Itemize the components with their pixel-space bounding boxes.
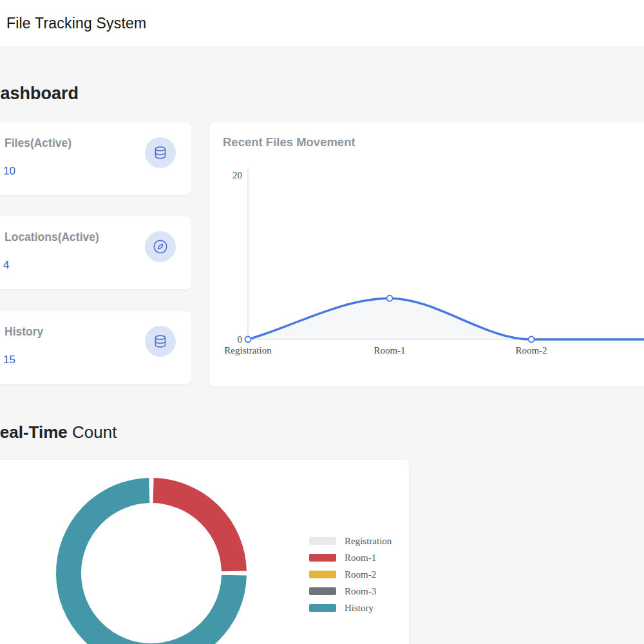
legend-swatch [309,537,336,545]
stat-value: 4 [3,259,9,272]
legend-swatch [309,571,336,578]
y-axis-tick-label: 0 [238,334,243,345]
data-point-marker [387,296,393,301]
recent-files-movement-card: Recent Files Movement 200RegistrationRoo… [209,122,644,386]
legend-item-history[interactable]: History [309,600,392,616]
realtime-count-card: RegistrationRoom-1Room-2Room-3History [0,460,409,644]
stat-value: 15 [3,354,15,366]
legend-swatch [309,587,336,595]
stat-card-locations: Locations(Active) 4 [0,216,191,289]
legend-swatch [309,604,336,612]
app-header: File Tracking System [0,0,644,47]
legend-item-registration[interactable]: Registration [309,533,392,549]
donut-segment-room-1 [153,491,234,571]
realtime-count-heading: Real-Time Count [0,422,117,442]
line-chart-canvas[interactable]: 200RegistrationRoom-1Room-2Room-3History [209,122,644,386]
database-icon [145,326,176,357]
data-point-marker [529,337,535,343]
data-point-marker [245,337,251,343]
y-axis-tick-label: 20 [232,170,242,180]
database-icon [145,137,176,168]
legend-item-room-3[interactable]: Room-3 [309,583,392,600]
compass-icon [145,231,176,262]
heading-bold-part: Real-Time [0,422,68,442]
stat-label: Files(Active) [5,137,71,150]
stat-label: History [5,325,43,339]
legend-swatch [309,554,336,562]
donut-legend: RegistrationRoom-1Room-2Room-3History [309,533,392,616]
stat-card-history: History 15 [0,311,191,384]
stat-label: Locations(Active) [5,231,99,244]
legend-label: Registration [345,536,392,547]
legend-label: Room-2 [345,569,376,580]
stat-value: 10 [3,165,15,178]
x-axis-tick-label: Room-2 [515,345,547,355]
stat-card-files: Files(Active) 10 [0,122,191,195]
app-title: File Tracking System [6,15,146,32]
legend-item-room-1[interactable]: Room-1 [309,549,392,566]
heading-regular-part: Count [68,422,117,442]
x-axis-tick-label: Registration [224,345,272,355]
legend-label: Room-3 [345,586,376,597]
legend-label: History [345,603,374,614]
x-axis-tick-label: Room-1 [374,345,405,355]
legend-item-room-2[interactable]: Room-2 [309,566,392,583]
legend-label: Room-1 [345,553,376,564]
dashboard-heading: Dashboard [0,82,79,104]
dashboard-page: File Tracking System Dashboard Files(Act… [0,0,644,644]
